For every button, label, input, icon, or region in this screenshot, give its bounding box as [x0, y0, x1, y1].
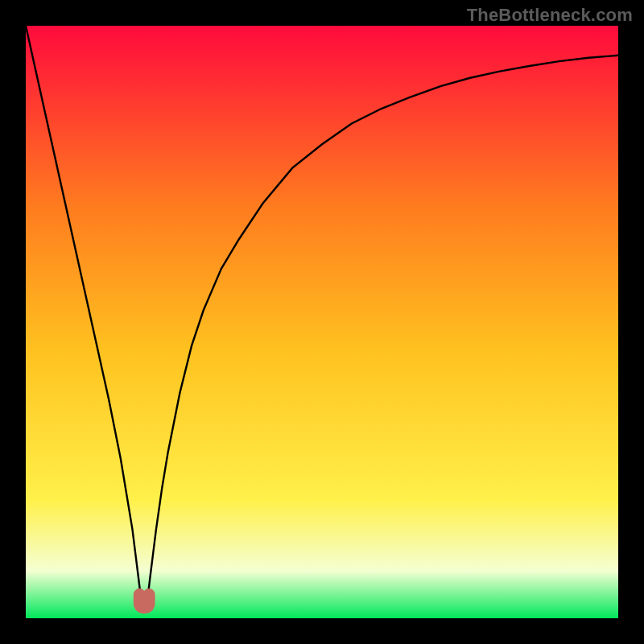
- optimal-marker: [139, 595, 149, 608]
- bottleneck-plot: [26, 26, 618, 618]
- chart-frame: TheBottleneck.com: [0, 0, 644, 644]
- watermark-text: TheBottleneck.com: [467, 5, 633, 26]
- plot-background: [26, 26, 618, 618]
